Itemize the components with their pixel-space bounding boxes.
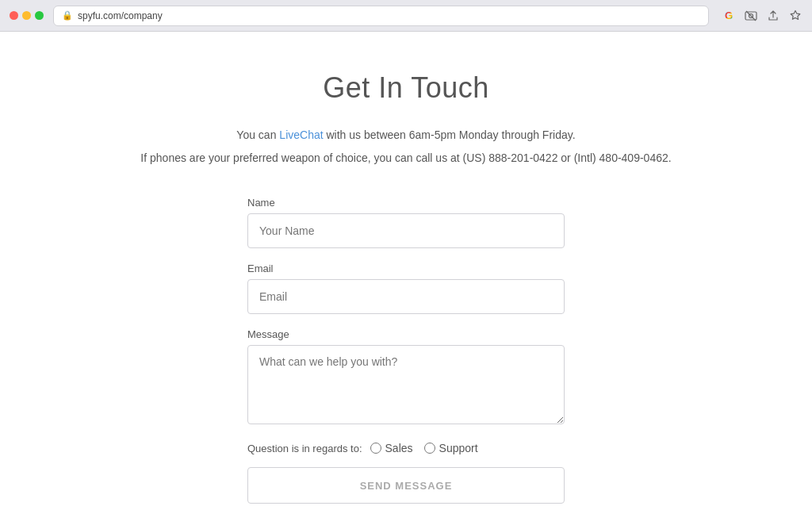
message-textarea[interactable] <box>247 345 565 424</box>
radio-group-label: Question is in regards to: <box>247 443 362 454</box>
camera-off-icon[interactable] <box>744 9 758 23</box>
name-input[interactable] <box>247 213 565 248</box>
message-label: Message <box>247 328 565 340</box>
address-bar[interactable]: 🔒 spyfu.com/company <box>53 6 709 26</box>
send-message-button[interactable]: SEND MESSAGE <box>247 467 565 504</box>
live-chat-link[interactable]: LiveChat <box>279 128 323 141</box>
subtitle-block: You can LiveChat with us between 6am-5pm… <box>140 127 671 173</box>
email-input[interactable] <box>247 279 565 314</box>
svg-line-2 <box>746 11 756 21</box>
maximize-dot[interactable] <box>35 11 44 20</box>
radio-sales-input[interactable] <box>370 443 381 454</box>
message-group: Message <box>247 328 565 427</box>
star-icon[interactable] <box>788 9 802 23</box>
radio-sales-option[interactable]: Sales <box>370 442 413 454</box>
contact-form: Name Email Message Question is in regard… <box>247 197 565 504</box>
google-g-letter: G <box>725 10 733 21</box>
radio-group: Question is in regards to: Sales Support <box>247 442 565 454</box>
name-label: Name <box>247 197 565 209</box>
lock-icon: 🔒 <box>62 10 73 21</box>
browser-toolbar-icons: G <box>722 9 802 23</box>
share-icon[interactable] <box>766 9 780 23</box>
email-group: Email <box>247 263 565 314</box>
browser-chrome: 🔒 spyfu.com/company G <box>0 0 812 32</box>
url-text: spyfu.com/company <box>78 10 163 21</box>
subtitle-line-1: You can LiveChat with us between 6am-5pm… <box>140 127 671 144</box>
radio-support-option[interactable]: Support <box>424 442 478 454</box>
page-title: Get In Touch <box>323 71 488 105</box>
subtitle1-before: You can <box>236 128 279 141</box>
radio-sales-label[interactable]: Sales <box>385 442 413 454</box>
window-controls <box>10 11 44 20</box>
page-content: Get In Touch You can LiveChat with us be… <box>0 32 812 506</box>
minimize-dot[interactable] <box>22 11 31 20</box>
subtitle1-after: with us between 6am-5pm Monday through F… <box>324 128 576 141</box>
subtitle-line-2: If phones are your preferred weapon of c… <box>140 150 671 167</box>
email-label: Email <box>247 263 565 274</box>
name-group: Name <box>247 197 565 248</box>
radio-support-input[interactable] <box>424 443 435 454</box>
radio-support-label[interactable]: Support <box>439 442 478 454</box>
close-dot[interactable] <box>10 11 18 20</box>
google-icon[interactable]: G <box>722 9 736 23</box>
